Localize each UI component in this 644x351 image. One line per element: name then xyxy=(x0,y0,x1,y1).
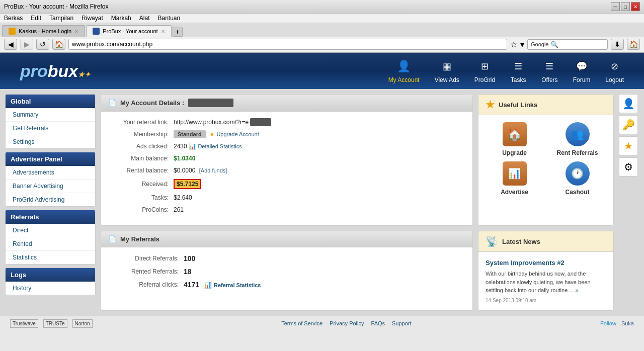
account-card-title: My Account Details : xyxy=(120,99,184,107)
sidebar-item-progrid-advertising[interactable]: ProGrid Advertising xyxy=(6,193,95,206)
link-rent-referrals[interactable]: 👥 Rent Referrals xyxy=(548,122,606,156)
main-balance-row: Main balance: $1.0340 xyxy=(108,155,465,162)
bookmark-star2[interactable]: ▾ xyxy=(520,40,524,49)
nav-forum[interactable]: 💬 Forum xyxy=(573,58,591,83)
minimize-btn[interactable]: ─ xyxy=(611,2,620,11)
star-icon: ★ xyxy=(624,140,633,152)
referrals-card-header: 📄 My Referrals xyxy=(101,231,472,247)
useful-links-header: ★ Useful Links xyxy=(478,95,613,115)
home-button[interactable]: 🏠 xyxy=(52,39,65,50)
footer-privacy-link[interactable]: Privacy Policy xyxy=(330,320,364,326)
window-controls: ─ □ ✕ xyxy=(611,2,640,11)
bookmark-manager[interactable]: 🏠 xyxy=(627,39,640,50)
referral-link-value: http://www.probux.com/?r=e ████ xyxy=(174,119,271,126)
news-article-text: With our birthday behind us now, and the… xyxy=(486,270,606,295)
site-header: probux★✦ 👤 My Account ▦ View Ads ⊞ ProGr… xyxy=(0,53,644,89)
search-bar: Google 🔍 xyxy=(527,39,608,50)
link-upgrade[interactable]: 🏠 Upgrade xyxy=(486,122,543,156)
refresh-button[interactable]: ↺ xyxy=(36,39,49,50)
footer-faqs-link[interactable]: FAQs xyxy=(371,320,385,326)
sidebar-item-statistics[interactable]: Statistics xyxy=(6,251,95,264)
add-funds-link[interactable]: [Add funds] xyxy=(199,167,227,173)
facebook-like[interactable]: Suka xyxy=(621,320,634,326)
upgrade-account-link[interactable]: Upgrade Account xyxy=(216,131,259,137)
sidebar-item-banner-advertising[interactable]: Banner Advertising xyxy=(6,180,95,193)
account-username: ████████ xyxy=(188,99,233,107)
menu-edit[interactable]: Edit xyxy=(31,15,41,22)
news-header: 📡 Latest News xyxy=(478,231,613,252)
restore-btn[interactable]: □ xyxy=(621,2,630,11)
received-label: Received: xyxy=(108,181,169,188)
footer-links: Terms of Service Privacy Policy FAQs Sup… xyxy=(281,320,411,326)
nav-tasks[interactable]: ☰ Tasks xyxy=(510,58,526,83)
url-input[interactable]: www.probux.com/account.php xyxy=(68,39,507,50)
ads-clicked-value: 2430 📊 Detailed Statistics xyxy=(174,143,242,150)
twitter-follow[interactable]: Follow xyxy=(600,320,616,326)
nav-my-account[interactable]: 👤 My Account xyxy=(388,58,420,83)
menu-berkas[interactable]: Berkas xyxy=(4,15,23,22)
news-title: Latest News xyxy=(502,238,540,245)
nav-progrid[interactable]: ⊞ ProGrid xyxy=(474,58,495,83)
menu-alat[interactable]: Alat xyxy=(139,15,150,22)
tasks-value: $2.640 xyxy=(174,194,192,201)
membership-row: Membership: Standard ★ Upgrade Account xyxy=(108,131,465,138)
download-button[interactable]: ⬇ xyxy=(611,39,624,50)
nav-logout[interactable]: ⊘ Logout xyxy=(605,58,624,83)
link-advertise[interactable]: 📊 Advertise xyxy=(486,161,543,196)
right-icon-user[interactable]: 👤 xyxy=(619,94,638,113)
forward-button[interactable]: ▶ xyxy=(20,39,33,50)
close-btn[interactable]: ✕ xyxy=(631,2,640,11)
menu-riwayat[interactable]: Riwayat xyxy=(82,15,103,22)
sidebar-item-history[interactable]: History xyxy=(6,282,95,295)
sidebar-item-get-referrals[interactable]: Get Referrals xyxy=(6,122,95,135)
right-icon-key[interactable]: 🔑 xyxy=(619,115,638,134)
logo-text: probux★✦ xyxy=(20,61,91,81)
sidebar-section-global: Global Summary Get Referrals Settings xyxy=(5,94,96,149)
tab-probux[interactable]: ProBux - Your account ✕ xyxy=(86,25,171,37)
ads-clicked-label: Ads clicked: xyxy=(108,143,169,150)
nav-view-ads[interactable]: ▦ View Ads xyxy=(435,58,459,83)
search-input[interactable]: 🔍 xyxy=(550,41,558,48)
footer-terms-link[interactable]: Terms of Service xyxy=(281,320,323,326)
sidebar-item-summary[interactable]: Summary xyxy=(6,108,95,122)
nav-offers[interactable]: ☰ Offers xyxy=(541,58,557,83)
sidebar-item-direct[interactable]: Direct xyxy=(6,224,95,237)
right-icon-star[interactable]: ★ xyxy=(619,136,638,155)
sidebar: Global Summary Get Referrals Settings Ad… xyxy=(5,94,96,311)
menu-bantuan[interactable]: Bantuan xyxy=(157,15,180,22)
rental-balance-label: Rental balance: xyxy=(108,167,169,174)
sidebar-item-rented[interactable]: Rented xyxy=(6,237,95,251)
referral-link-row: Your referral link: http://www.probux.co… xyxy=(108,119,465,126)
sidebar-item-settings[interactable]: Settings xyxy=(6,135,95,148)
link-cashout[interactable]: 🕐 Cashout xyxy=(548,161,606,196)
stats-icon: 📊 xyxy=(189,143,196,150)
footer-support-link[interactable]: Support xyxy=(392,320,412,326)
referral-stats-link[interactable]: Referral Statistics xyxy=(214,282,261,288)
menu-tampilan[interactable]: Tampilan xyxy=(49,15,73,22)
sidebar-item-advertisements[interactable]: Advertisements xyxy=(6,166,95,180)
tab-close-kaskus[interactable]: ✕ xyxy=(74,29,78,34)
sidebar-heading-logs: Logs xyxy=(6,268,95,282)
view-ads-icon: ▦ xyxy=(439,58,455,74)
right-icon-gear[interactable]: ⚙ xyxy=(619,157,638,177)
new-tab-button[interactable]: + xyxy=(173,27,183,37)
news-article-title[interactable]: System Improvements #2 xyxy=(486,259,606,267)
news-card: 📡 Latest News System Improvements #2 Wit… xyxy=(478,231,614,311)
nav-view-ads-label: View Ads xyxy=(435,76,459,83)
membership-star: ★ xyxy=(209,131,215,138)
rented-referrals-row: Rented Referrals: 18 xyxy=(108,268,465,276)
rented-referrals-value: 18 xyxy=(184,268,192,276)
bookmark-star[interactable]: ☆ xyxy=(510,40,517,49)
news-read-more[interactable]: ... » xyxy=(569,287,578,293)
gear-icon: ⚙ xyxy=(624,161,633,173)
right-sidebar: 👤 🔑 ★ ⚙ xyxy=(619,94,639,311)
detailed-stats-link[interactable]: Detailed Statistics xyxy=(198,143,242,149)
rent-referrals-label: Rent Referrals xyxy=(556,149,598,156)
menu-markah[interactable]: Markah xyxy=(111,15,131,22)
back-button[interactable]: ◀ xyxy=(4,39,17,50)
referrals-card: 📄 My Referrals Direct Referrals: 100 Ren… xyxy=(101,231,473,311)
logo[interactable]: probux★✦ xyxy=(20,61,91,81)
useful-links-card: ★ Useful Links 🏠 Upgrade 👥 Rent Referral… xyxy=(478,94,614,226)
tab-close-probux[interactable]: ✕ xyxy=(161,29,165,34)
tab-kaskus[interactable]: Kaskus - Home Login ✕ xyxy=(2,25,85,37)
